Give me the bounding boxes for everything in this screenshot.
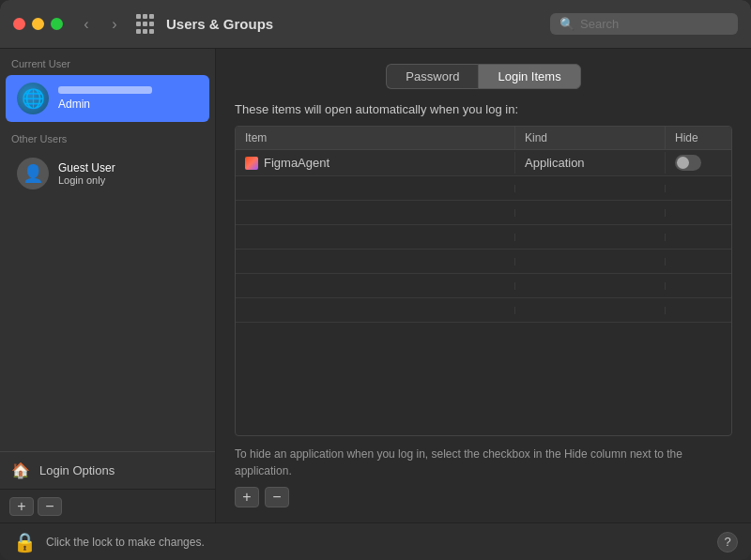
main-content: Current User 🌐 Admin Other Users 👤 Guest… (0, 49, 751, 522)
add-item-button[interactable]: + (235, 487, 259, 507)
table-row[interactable]: FigmaAgent Application (236, 150, 731, 176)
guest-user-item[interactable]: 👤 Guest User Login only (6, 150, 209, 197)
lock-icon[interactable]: 🔒 (13, 531, 37, 553)
item-hide-cell (666, 151, 731, 174)
tabs: Password Login Items (235, 64, 732, 89)
empty-row-2 (236, 201, 731, 225)
col-header-hide: Hide (666, 127, 731, 149)
help-button[interactable]: ? (717, 532, 738, 552)
remove-item-button[interactable]: − (265, 487, 289, 507)
empty-row-1 (236, 176, 731, 201)
minimize-button[interactable] (32, 18, 44, 30)
tab-login-items[interactable]: Login Items (478, 64, 580, 89)
current-user-item[interactable]: 🌐 Admin (6, 75, 209, 122)
window-title: Users & Groups (166, 16, 550, 32)
house-icon: 🏠 (11, 462, 30, 479)
add-user-button[interactable]: + (9, 497, 34, 516)
back-button[interactable]: ‹ (74, 14, 99, 35)
guest-user-name: Guest User (58, 161, 115, 174)
col-header-kind: Kind (515, 127, 666, 149)
search-input[interactable] (580, 17, 728, 31)
tab-password[interactable]: Password (386, 64, 478, 89)
current-user-avatar: 🌐 (17, 83, 49, 114)
bottom-bar: 🔒 Click the lock to make changes. ? (0, 522, 751, 560)
table-body: FigmaAgent Application (236, 150, 731, 435)
current-user-name-blurred (58, 86, 152, 94)
titlebar: ‹ › Users & Groups 🔍 (0, 0, 751, 49)
empty-row-3 (236, 225, 731, 250)
hide-toggle[interactable] (675, 155, 701, 171)
search-box[interactable]: 🔍 (550, 13, 738, 35)
empty-row-5 (236, 274, 731, 298)
close-button[interactable] (13, 18, 25, 30)
toggle-knob (677, 157, 689, 169)
current-user-section-label: Current User (0, 49, 215, 73)
traffic-lights (13, 18, 63, 30)
app-grid-icon[interactable] (136, 14, 157, 35)
item-kind-cell: Application (515, 152, 666, 174)
login-options-button[interactable]: 🏠 Login Options (0, 451, 215, 489)
table-header: Item Kind Hide (236, 127, 731, 150)
item-name-cell: FigmaAgent (236, 152, 515, 174)
remove-user-button[interactable]: − (38, 497, 62, 516)
empty-row-6 (236, 298, 731, 323)
nav-arrows: ‹ › (74, 14, 127, 35)
right-panel: Password Login Items These items will op… (216, 49, 751, 522)
empty-row-4 (236, 250, 731, 274)
search-icon: 🔍 (559, 17, 575, 31)
hint-text: To hide an application when you log in, … (235, 446, 732, 479)
guest-user-subtitle: Login only (58, 174, 115, 186)
description-text: These items will open automatically when… (235, 102, 732, 116)
guest-user-info: Guest User Login only (58, 161, 115, 186)
maximize-button[interactable] (51, 18, 63, 30)
item-name: FigmaAgent (264, 156, 330, 170)
guest-user-avatar: 👤 (17, 158, 49, 189)
login-options-label: Login Options (39, 463, 115, 477)
action-buttons: + − (235, 487, 732, 507)
sidebar-bottom-bar: + − (0, 489, 215, 522)
other-users-section-label: Other Users (0, 124, 215, 148)
lock-text: Click the lock to make changes. (46, 536, 708, 549)
current-user-name: Admin (58, 98, 152, 111)
col-header-item: Item (236, 127, 515, 149)
figma-icon (245, 157, 258, 170)
login-items-table: Item Kind Hide FigmaAgent Application (235, 126, 732, 436)
current-user-info: Admin (58, 86, 152, 111)
sidebar: Current User 🌐 Admin Other Users 👤 Guest… (0, 49, 216, 522)
forward-button[interactable]: › (102, 14, 127, 35)
